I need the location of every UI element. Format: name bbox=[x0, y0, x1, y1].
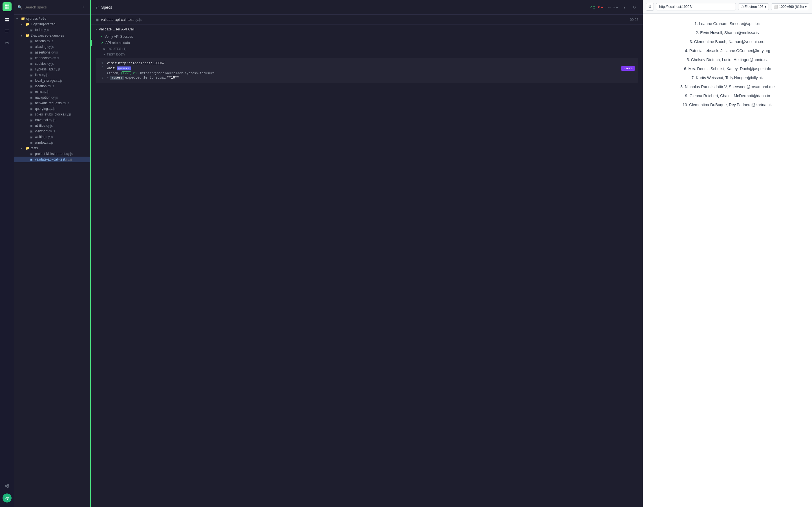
test-runner: ▣ validate-api-call-test.cy.js 00:02 ▾ V… bbox=[91, 15, 643, 507]
settings-icon[interactable] bbox=[2, 37, 12, 47]
x-icon: ✗ bbox=[598, 5, 600, 9]
file-item[interactable]: ▣ aliasing.cy.js bbox=[14, 44, 90, 50]
dropdown-button[interactable]: ▾ bbox=[620, 3, 628, 11]
file-item[interactable]: ▣ assertions.cy.js bbox=[14, 50, 90, 55]
file-icon: ▣ bbox=[30, 29, 34, 32]
file-validate-api-call[interactable]: ▣ validate-api-call-test.cy.js bbox=[14, 157, 90, 162]
folder-icon: 📁 bbox=[26, 34, 30, 38]
test-content: ▣ validate-api-call-test.cy.js 00:02 ▾ V… bbox=[91, 15, 643, 507]
fetch-url: https://jsonplaceholder.cypress.io/users bbox=[140, 71, 214, 75]
refresh-button[interactable]: ↻ bbox=[630, 3, 638, 11]
file-item[interactable]: ▣ actions.cy.js bbox=[14, 38, 90, 44]
file-item[interactable]: ▣ network_requests.cy.js bbox=[14, 100, 90, 106]
folder-1-getting-started[interactable]: ▾ 📁 1-getting-started bbox=[14, 21, 90, 27]
spec-duration: 00:02 bbox=[630, 18, 638, 22]
file-todo[interactable]: ▣ todo.cy.js bbox=[14, 27, 90, 33]
icon-bar-bottom: cy bbox=[2, 481, 12, 505]
file-label: spies_stubs_clocks.cy.js bbox=[35, 112, 88, 116]
status-200: 200 bbox=[133, 71, 139, 75]
line-number: 3 bbox=[99, 76, 103, 80]
file-item[interactable]: ▣ waiting.cy.js bbox=[14, 134, 90, 140]
folder-icon: 📁 bbox=[26, 22, 30, 26]
browser-selector[interactable]: ⬡ Electron 106 ▾ bbox=[738, 3, 769, 10]
viewport-selector[interactable]: ⬜ 1000x660 (61%) ▾ bbox=[771, 3, 809, 10]
file-icon: ▣ bbox=[30, 102, 34, 105]
browser-toolbar: ⚙ ⬡ Electron 106 ▾ ⬜ 1000x660 (61%) ▾ bbox=[643, 0, 812, 13]
visit-keyword: visit bbox=[107, 61, 117, 65]
fetch-line: (fetch) ●GET 200 https://jsonplaceholder… bbox=[107, 71, 214, 75]
wait-keyword: wait bbox=[107, 66, 115, 70]
file-item[interactable]: ▣ window.cy.js bbox=[14, 140, 90, 145]
file-item[interactable]: ▣ location.cy.js bbox=[14, 83, 90, 89]
url-bar[interactable] bbox=[656, 3, 736, 10]
test-case-api-returns[interactable]: ✓ API returns data bbox=[91, 40, 643, 46]
code-content: - assert expected 10 to equal **10** bbox=[107, 76, 635, 80]
folder-label: tests bbox=[31, 146, 88, 150]
file-label: assertions.cy.js bbox=[35, 50, 88, 54]
file-label: files.cy.js bbox=[35, 73, 88, 77]
svg-line-15 bbox=[6, 485, 8, 486]
svg-rect-8 bbox=[5, 30, 9, 30]
file-label: cypress_api.cy.js bbox=[35, 67, 88, 71]
svg-rect-10 bbox=[5, 32, 8, 33]
file-item[interactable]: ▣ traversal.cy.js bbox=[14, 117, 90, 123]
browser-settings-button[interactable]: ⚙ bbox=[646, 3, 654, 11]
file-icon: ▣ bbox=[30, 85, 34, 88]
suite-name: Validate User API Call bbox=[99, 27, 135, 31]
graph-icon[interactable] bbox=[2, 481, 12, 491]
test-case-verify[interactable]: ✓ Verify API Success bbox=[91, 34, 643, 40]
user-list-item: 6. Mrs. Dennis Schulist, Karley_Dach@jas… bbox=[649, 64, 806, 73]
user-list-item: 5. Chelsey Dietrich, Lucio_Hettinger@ann… bbox=[649, 55, 806, 64]
file-item[interactable]: ▣ cypress_api.cy.js bbox=[14, 66, 90, 72]
chevron-down-icon: ▾ bbox=[96, 27, 97, 31]
app-logo[interactable] bbox=[3, 2, 11, 11]
file-item[interactable]: ▣ cookies.cy.js bbox=[14, 61, 90, 66]
file-item[interactable]: ▣ utilities.cy.js bbox=[14, 123, 90, 128]
file-item[interactable]: ▣ connectors.cy.js bbox=[14, 55, 90, 61]
file-icon: ▣ bbox=[30, 62, 34, 65]
specs-icon: ⇄ bbox=[96, 5, 99, 10]
pass-count: 2 bbox=[593, 5, 595, 9]
file-item[interactable]: ▣ files.cy.js bbox=[14, 72, 90, 78]
file-list-icon[interactable] bbox=[2, 15, 12, 25]
suite-header[interactable]: ▾ Validate User API Call bbox=[91, 25, 643, 34]
svg-rect-7 bbox=[7, 20, 9, 21]
file-item[interactable]: ▣ spies_stubs_clocks.cy.js bbox=[14, 112, 90, 117]
file-item[interactable]: ▣ navigation.cy.js bbox=[14, 95, 90, 100]
user-list-item: 1. Leanne Graham, Sincere@april.biz bbox=[649, 19, 806, 28]
folder-tests[interactable]: ▾ 📁 tests bbox=[14, 145, 90, 151]
user-list-item: 8. Nicholas Runolfsdottir V, Sherwood@ro… bbox=[649, 82, 806, 91]
file-label: project-kickstart-test.cy.js bbox=[35, 152, 88, 156]
search-bar: 🔍 + bbox=[14, 0, 90, 15]
file-label: connectors.cy.js bbox=[35, 56, 88, 60]
search-input[interactable] bbox=[24, 5, 78, 9]
assert-value: **10** bbox=[167, 76, 179, 80]
routes-section[interactable]: ▶ ROUTES (1) bbox=[91, 46, 643, 52]
advanced-files-container: ▣ actions.cy.js ▣ aliasing.cy.js ▣ asser… bbox=[14, 38, 90, 145]
list-icon[interactable] bbox=[2, 26, 12, 36]
spec-file-info: ▣ validate-api-call-test.cy.js bbox=[96, 17, 142, 22]
svg-rect-4 bbox=[5, 18, 7, 19]
test-suite: ▾ Validate User API Call ✓ Verify API Su… bbox=[91, 25, 643, 85]
loading-icon: ○ bbox=[613, 5, 615, 9]
svg-line-16 bbox=[6, 487, 8, 487]
running-count: -- bbox=[616, 5, 618, 9]
user-list-item: 10. Clementina DuBuque, Rey.Padberg@kari… bbox=[649, 100, 806, 109]
test-body-section[interactable]: ▾ TEST BODY bbox=[91, 52, 643, 57]
svg-rect-3 bbox=[7, 7, 9, 9]
viewport-icon: ⬜ bbox=[774, 5, 778, 9]
cypress-logo[interactable]: cy bbox=[3, 494, 11, 503]
file-item[interactable]: ▣ viewport.cy.js bbox=[14, 128, 90, 134]
add-spec-button[interactable]: + bbox=[80, 4, 87, 11]
file-item[interactable]: ▣ misc.cy.js bbox=[14, 89, 90, 95]
file-project-kickstart[interactable]: ▣ project-kickstart-test.cy.js bbox=[14, 151, 90, 157]
test-name: Verify API Success bbox=[105, 35, 133, 39]
folder-2-advanced-examples[interactable]: ▾ 📁 2-advanced-examples bbox=[14, 33, 90, 38]
line-number: 2 bbox=[99, 66, 103, 70]
file-item[interactable]: ▣ querying.cy.js bbox=[14, 106, 90, 112]
file-item[interactable]: ▣ local_storage.cy.js bbox=[14, 78, 90, 83]
svg-rect-0 bbox=[5, 4, 7, 6]
root-folder[interactable]: ▾ 📁 cypress / e2e bbox=[14, 16, 90, 21]
main-panel: ⇄ Specs ✓ 2 ✗ -- ○ -- ○ -- ▾ ↻ bbox=[91, 0, 643, 507]
file-label: waiting.cy.js bbox=[35, 135, 88, 139]
